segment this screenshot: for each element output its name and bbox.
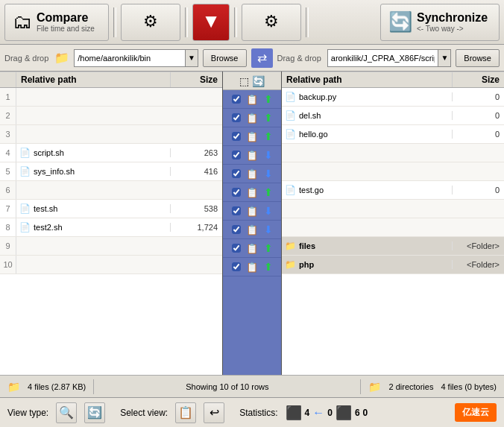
checkbox-input[interactable] — [232, 262, 241, 271]
copy-icon[interactable]: 📋 — [246, 224, 258, 235]
sep4 — [306, 7, 309, 37]
row-path: 📁 files — [282, 241, 452, 251]
select-view-btn2[interactable]: ↩ — [204, 402, 224, 423]
copy-icon[interactable]: 📋 — [246, 243, 258, 254]
row-num: 4 — [0, 144, 16, 162]
right-size-header: Size — [452, 72, 504, 87]
row-checkbox[interactable] — [232, 169, 241, 178]
table-row[interactable]: 7 📄 test.sh 538 — [0, 200, 222, 218]
sync-action-icon[interactable]: ⬆ — [264, 242, 273, 254]
file-name: test.go — [299, 186, 324, 194]
sync-icon: 🔄 — [388, 10, 412, 34]
left-path-dropdown[interactable]: ▼ — [185, 50, 198, 66]
row-checkbox[interactable] — [232, 95, 241, 104]
row-checkbox[interactable] — [232, 206, 241, 215]
middle-header-icon1: ⬚ — [239, 75, 249, 87]
file-icon: 📄 — [19, 166, 31, 177]
sep1 — [113, 7, 116, 37]
left-size-header: Size — [170, 72, 222, 87]
row-checkbox[interactable] — [232, 151, 241, 159]
view-type-btn1[interactable]: 🔍 — [56, 402, 77, 423]
statistics-label: Statistics: — [239, 408, 277, 418]
view-type-btn2[interactable]: 🔄 — [84, 402, 105, 423]
checkbox-input[interactable] — [232, 188, 241, 197]
sync-action-icon[interactable]: ⬆ — [264, 93, 273, 105]
settings1-button[interactable]: ⚙ — [121, 4, 180, 41]
copy-icon[interactable]: 📋 — [246, 206, 258, 217]
sync-action-icon2[interactable]: ⬇ — [264, 168, 273, 180]
copy-icon[interactable]: 📋 — [246, 187, 258, 198]
middle-header: ⬚ 🔄 — [223, 72, 281, 90]
table-row[interactable]: 📁 files <Folder> — [282, 237, 504, 256]
checkbox-input[interactable] — [232, 206, 241, 215]
table-row[interactable]: 5 📄 sys_info.sh 416 — [0, 162, 222, 181]
copy-icon[interactable]: 📋 — [246, 94, 258, 105]
table-row[interactable]: 📄 del.sh 0 — [282, 107, 504, 125]
sync-text: Synchronize <- Two way -> — [417, 11, 488, 33]
checkbox-input[interactable] — [232, 132, 241, 141]
copy-icon[interactable]: 📋 — [246, 131, 258, 142]
compare-label: Compare — [37, 11, 95, 25]
view-icon2: 🔄 — [87, 405, 102, 420]
table-row: 2 — [0, 107, 222, 125]
select-view-btn1[interactable]: 📋 — [175, 402, 196, 423]
row-num: 2 — [0, 107, 16, 124]
right-path-dropdown[interactable]: ▼ — [438, 50, 450, 66]
sync-action-icon[interactable]: ⬆ — [264, 130, 273, 142]
table-row[interactable]: 📄 test.go 0 — [282, 181, 504, 200]
sep3 — [234, 7, 237, 37]
settings2-button[interactable]: ⚙ — [242, 4, 301, 41]
table-row — [282, 218, 504, 237]
stat-icon-green: ⬛ — [336, 405, 352, 421]
sync-action-icon2[interactable]: ⬇ — [264, 224, 273, 235]
row-checkbox[interactable] — [232, 225, 241, 234]
row-path: 📄 test.go — [282, 185, 452, 195]
left-path-input[interactable] — [75, 52, 185, 64]
middle-row: 📋 ⬆ — [223, 127, 281, 146]
table-row[interactable]: 📁 php <Folder> — [282, 256, 504, 274]
middle-row: 📋 ⬆ — [223, 239, 281, 258]
filter-button[interactable]: ▼ — [192, 4, 230, 41]
sync-action-icon[interactable]: ⬆ — [264, 186, 273, 198]
row-checkbox[interactable] — [232, 113, 241, 122]
copy-icon[interactable]: 📋 — [246, 168, 258, 180]
right-path-input[interactable] — [328, 52, 438, 64]
table-row[interactable]: 📄 backup.py 0 — [282, 88, 504, 107]
right-file-panel: Relative path Size 📄 backup.py 0 📄 del.s… — [282, 72, 504, 375]
copy-icon[interactable]: 📋 — [246, 150, 258, 161]
table-row: 6 — [0, 181, 222, 200]
row-path: 📄 script.sh — [16, 148, 170, 158]
stats-area: ⬛ 4 ← 0 ⬛ 6 0 — [286, 405, 368, 421]
left-path-header: Relative path — [16, 72, 170, 87]
checkbox-input[interactable] — [232, 244, 241, 253]
row-checkbox[interactable] — [232, 188, 241, 197]
checkbox-input[interactable] — [232, 95, 241, 104]
checkbox-input[interactable] — [232, 169, 241, 178]
settings1-icon: ⚙ — [143, 12, 158, 31]
left-path-wrap: ▼ — [74, 49, 198, 67]
row-checkbox[interactable] — [232, 132, 241, 141]
table-row[interactable]: 8 📄 test2.sh 1,724 — [0, 218, 222, 237]
synchronize-button[interactable]: 🔄 Synchronize <- Two way -> — [380, 4, 500, 41]
sync-action-icon[interactable]: ⬆ — [264, 112, 273, 124]
sync-action-icon2[interactable]: ⬇ — [264, 205, 273, 217]
row-size: 416 — [170, 167, 222, 176]
swap-button[interactable]: ⇄ — [251, 48, 273, 68]
status-sep2 — [360, 379, 361, 394]
sync-action-icon2[interactable]: ⬇ — [264, 149, 273, 161]
left-browse-button[interactable]: Browse — [203, 49, 247, 67]
compare-button[interactable]: 🗂 Compare File time and size — [4, 4, 109, 41]
right-browse-button[interactable]: Browse — [456, 49, 500, 67]
checkbox-input[interactable] — [232, 113, 241, 122]
checkbox-input[interactable] — [232, 151, 241, 159]
sync-action-icon[interactable]: ⬆ — [264, 261, 273, 273]
copy-icon[interactable]: 📋 — [246, 262, 258, 273]
table-row[interactable]: 📄 hello.go 0 — [282, 125, 504, 144]
copy-icon[interactable]: 📋 — [246, 113, 258, 124]
row-size: 263 — [170, 148, 222, 157]
checkbox-input[interactable] — [232, 225, 241, 234]
stat-icon-blue: ⬛ — [286, 405, 302, 421]
row-checkbox[interactable] — [232, 262, 241, 271]
table-row[interactable]: 4 📄 script.sh 263 — [0, 144, 222, 162]
row-checkbox[interactable] — [232, 244, 241, 253]
